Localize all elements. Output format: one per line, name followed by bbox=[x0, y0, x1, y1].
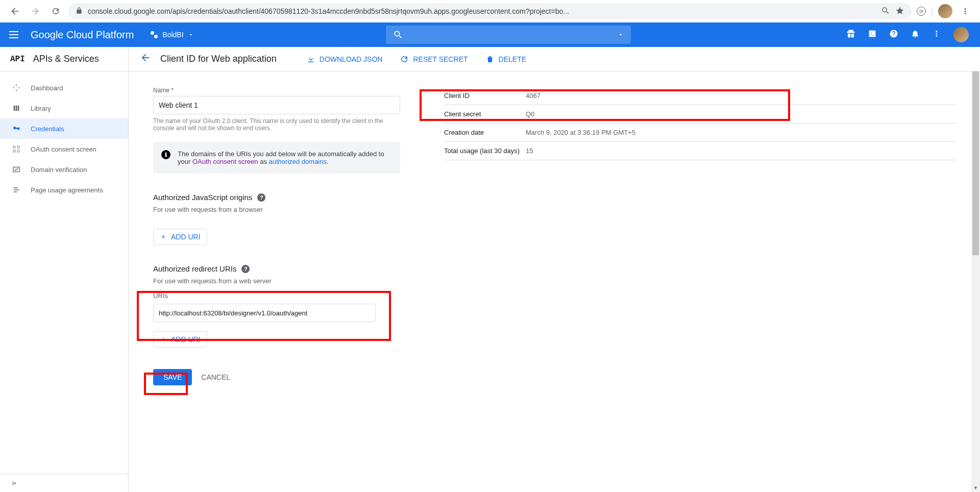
key-icon bbox=[11, 125, 21, 133]
action-bar: Client ID for Web application DOWNLOAD J… bbox=[129, 47, 980, 71]
name-input[interactable] bbox=[153, 96, 400, 114]
info-box: The domains of the URIs you add below wi… bbox=[153, 142, 400, 174]
save-button[interactable]: SAVE bbox=[153, 369, 192, 385]
url-text: console.cloud.google.com/apis/credential… bbox=[88, 7, 876, 15]
detail-row-client-id: Client ID 4067 bbox=[444, 87, 955, 105]
api-icon: API bbox=[10, 55, 25, 64]
page-title: Client ID for Web application bbox=[160, 54, 277, 64]
sidebar: API APIs & Services Dashboard Library Cr… bbox=[0, 47, 129, 492]
hamburger-icon[interactable] bbox=[9, 29, 21, 41]
name-label: Name * bbox=[153, 87, 408, 94]
js-origins-sub: For use with requests from a browser bbox=[153, 206, 408, 213]
sidebar-item-oauth-consent[interactable]: OAuth consent screen bbox=[0, 139, 128, 159]
delete-button[interactable]: DELETE bbox=[485, 55, 526, 64]
sidebar-item-dashboard[interactable]: Dashboard bbox=[0, 78, 128, 98]
redirect-uris-sub: For use with requests from a web server bbox=[153, 277, 408, 285]
browser-toolbar: console.cloud.google.com/apis/credential… bbox=[0, 0, 980, 22]
chevron-down-icon bbox=[188, 32, 194, 38]
verification-icon bbox=[11, 165, 21, 174]
main-panel: Client ID for Web application DOWNLOAD J… bbox=[129, 47, 980, 492]
sidebar-item-label: Dashboard bbox=[31, 84, 63, 92]
chrome-menu-button[interactable] bbox=[958, 4, 973, 19]
bookmark-icon[interactable] bbox=[895, 6, 904, 17]
library-icon bbox=[11, 104, 21, 112]
add-js-origin-button[interactable]: ＋ ADD URI bbox=[153, 229, 207, 245]
cloud-shell-icon[interactable] bbox=[868, 29, 877, 41]
plus-icon: ＋ bbox=[160, 232, 167, 241]
trash-icon bbox=[485, 55, 495, 64]
account-avatar[interactable] bbox=[953, 27, 969, 42]
help-icon[interactable]: ? bbox=[257, 193, 265, 202]
reset-secret-button[interactable]: RESET SECRET bbox=[400, 55, 468, 64]
gift-icon[interactable] bbox=[846, 29, 855, 41]
brand-label: Google Cloud Platform bbox=[31, 29, 134, 41]
search-icon bbox=[393, 30, 403, 40]
reset-icon bbox=[400, 55, 409, 64]
agreement-icon bbox=[11, 186, 21, 194]
notifications-icon[interactable] bbox=[911, 29, 920, 41]
extension-icon[interactable]: ⟳ bbox=[917, 7, 926, 16]
chevron-down-icon[interactable] bbox=[618, 32, 624, 38]
download-json-button[interactable]: DOWNLOAD JSON bbox=[306, 55, 383, 64]
details-panel: Client ID 4067 Client secret Q0 Creation… bbox=[444, 87, 955, 385]
sidebar-item-label: OAuth consent screen bbox=[31, 145, 96, 153]
reload-button[interactable] bbox=[48, 4, 63, 19]
collapse-sidebar-button[interactable] bbox=[0, 474, 128, 492]
sidebar-item-label: Credentials bbox=[31, 125, 64, 133]
search-box[interactable] bbox=[386, 26, 631, 44]
address-bar[interactable]: console.cloud.google.com/apis/credential… bbox=[68, 3, 912, 19]
vertical-scrollbar[interactable]: ▲ ▼ bbox=[971, 71, 980, 492]
detail-row-client-secret: Client secret Q0 bbox=[444, 105, 955, 124]
sidebar-item-page-usage[interactable]: Page usage agreements bbox=[0, 180, 128, 200]
js-origins-title: Authorized JavaScript origins ? bbox=[153, 193, 408, 202]
authorized-domains-link[interactable]: authorized domains bbox=[269, 158, 327, 165]
forward-button[interactable] bbox=[28, 4, 43, 19]
detail-row-total-usage: Total usage (last 30 days) 15 bbox=[444, 142, 955, 160]
lock-icon bbox=[76, 7, 83, 16]
name-helper: The name of your OAuth 2.0 client. This … bbox=[153, 117, 400, 132]
uris-label: URIs bbox=[153, 292, 408, 300]
cloud-header: Google Cloud Platform BoldBI bbox=[0, 22, 980, 47]
redirect-uri-input[interactable] bbox=[153, 304, 376, 322]
project-name: BoldBI bbox=[162, 31, 183, 39]
sidebar-item-domain-verification[interactable]: Domain verification bbox=[0, 159, 128, 180]
redirect-uris-title: Authorized redirect URIs ? bbox=[153, 264, 408, 273]
chrome-profile-avatar[interactable] bbox=[938, 4, 952, 18]
scrollbar-thumb[interactable] bbox=[972, 71, 979, 255]
sidebar-item-library[interactable]: Library bbox=[0, 98, 128, 118]
project-selector[interactable]: BoldBI bbox=[146, 29, 198, 41]
sidebar-item-label: Library bbox=[31, 105, 51, 112]
help-icon[interactable]: ? bbox=[241, 265, 250, 273]
search-in-page-icon[interactable] bbox=[881, 6, 890, 17]
add-redirect-uri-button[interactable]: ＋ ADD URI bbox=[153, 331, 207, 348]
collapse-icon bbox=[11, 480, 18, 487]
back-button[interactable] bbox=[7, 4, 22, 19]
help-icon[interactable] bbox=[889, 29, 898, 41]
sidebar-header[interactable]: API APIs & Services bbox=[0, 47, 128, 71]
back-arrow-button[interactable] bbox=[140, 52, 151, 66]
oauth-consent-link[interactable]: OAuth consent screen bbox=[192, 158, 258, 165]
sidebar-title: APIs & Services bbox=[33, 54, 99, 64]
download-icon bbox=[306, 55, 315, 64]
project-icon bbox=[150, 31, 158, 39]
overflow-icon[interactable] bbox=[932, 29, 941, 41]
dashboard-icon bbox=[11, 84, 21, 92]
sidebar-item-credentials[interactable]: Credentials bbox=[0, 118, 128, 139]
cancel-button[interactable]: CANCEL bbox=[201, 373, 230, 381]
scroll-down-icon[interactable]: ▼ bbox=[971, 483, 980, 492]
plus-icon: ＋ bbox=[160, 335, 167, 344]
sidebar-item-label: Domain verification bbox=[31, 166, 87, 174]
detail-row-creation-date: Creation date March 9, 2020 at 3:36:19 P… bbox=[444, 124, 955, 142]
sidebar-item-label: Page usage agreements bbox=[31, 186, 103, 194]
consent-icon bbox=[11, 145, 21, 153]
